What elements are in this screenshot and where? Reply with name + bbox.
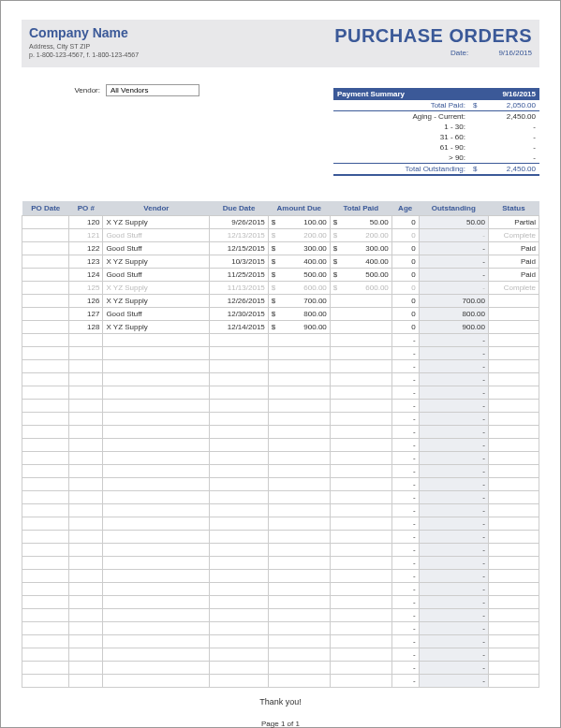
ps-aging-current: Aging - Current: 2,450.00 <box>333 111 539 122</box>
col-age: Age <box>391 201 419 216</box>
col-outstanding: Outstanding <box>419 201 488 216</box>
col-total-paid: Total Paid <box>330 201 391 216</box>
thank-you: Thank you! <box>22 697 539 706</box>
ps-aging-61-90: 61 - 90: - <box>333 142 539 153</box>
page-number: Page 1 of 1 <box>22 720 539 728</box>
table-row: -- <box>22 386 539 400</box>
table-row: -- <box>22 517 539 531</box>
table-row: -- <box>22 557 539 570</box>
table-row: 128X YZ Supply12/14/2015$900.000900.00 <box>22 321 539 334</box>
vendor-label: Vendor: <box>22 86 106 95</box>
table-row: 125X YZ Supply11/13/2015$600.00$600.000-… <box>22 282 539 295</box>
table-body: 120X YZ Supply9/26/2015$100.00$50.00050.… <box>22 216 539 688</box>
col-vendor: Vendor <box>103 201 210 216</box>
table-row: -- <box>22 465 539 478</box>
table-row: -- <box>22 622 539 635</box>
table-row: 120X YZ Supply9/26/2015$100.00$50.00050.… <box>22 216 539 229</box>
table-row: -- <box>22 596 539 609</box>
table-row: -- <box>22 662 539 675</box>
col-amount-due: Amount Due <box>268 201 330 216</box>
company-block: Company Name Address, City ST ZIP p. 1-8… <box>29 25 139 58</box>
company-address: Address, City ST ZIP <box>29 43 139 50</box>
col-po-date: PO Date <box>22 201 69 216</box>
table-row: -- <box>22 544 539 557</box>
table-row: -- <box>22 635 539 648</box>
page-title: PURCHASE ORDERS <box>334 25 532 47</box>
ps-heading-date: 9/16/2015 <box>502 90 536 98</box>
table-row: -- <box>22 491 539 504</box>
table-header-row: PO Date PO # Vendor Due Date Amount Due … <box>22 201 539 216</box>
col-status: Status <box>488 201 539 216</box>
col-due-date: Due Date <box>210 201 268 216</box>
table-row: -- <box>22 452 539 465</box>
company-phone: p. 1-800-123-4567, f. 1-800-123-4567 <box>29 51 139 58</box>
date-value: 9/16/2015 <box>498 49 532 57</box>
table-row: -- <box>22 478 539 491</box>
table-row: -- <box>22 360 539 373</box>
table-row: -- <box>22 531 539 544</box>
table-row: -- <box>22 583 539 596</box>
table-row: 122Good Stuff12/15/2015$300.00$300.000-P… <box>22 242 539 255</box>
po-table: PO Date PO # Vendor Due Date Amount Due … <box>22 201 539 688</box>
table-row: -- <box>22 609 539 622</box>
date-label: Date: <box>450 49 468 57</box>
table-row: 126X YZ Supply12/26/2015$700.000700.00 <box>22 295 539 308</box>
company-name: Company Name <box>29 25 139 40</box>
ps-aging-31-60: 31 - 60: - <box>333 132 539 142</box>
table-row: 124Good Stuff11/25/2015$500.00$500.000-P… <box>22 269 539 282</box>
table-row: -- <box>22 648 539 662</box>
table-row: 123X YZ Supply10/3/2015$400.00$400.000-P… <box>22 255 539 269</box>
table-row: -- <box>22 347 539 360</box>
ps-total-outstanding: Total Outstanding: $ 2,450.00 <box>333 163 539 176</box>
table-row: -- <box>22 570 539 583</box>
ps-aging-1-30: 1 - 30: - <box>333 122 539 132</box>
table-row: -- <box>22 504 539 517</box>
col-po-num: PO # <box>69 201 103 216</box>
ps-heading: Payment Summary <box>337 90 405 98</box>
title-block: PURCHASE ORDERS Date: 9/16/2015 <box>334 25 532 57</box>
header-date: Date: 9/16/2015 <box>334 49 532 57</box>
table-row: -- <box>22 334 539 347</box>
table-row: 121Good Stuff12/13/2015$200.00$200.000-C… <box>22 229 539 242</box>
payment-summary-header: Payment Summary 9/16/2015 <box>333 88 539 100</box>
ps-total-paid: Total Paid: $ 2,050.00 <box>333 100 539 111</box>
payment-summary: Payment Summary 9/16/2015 Total Paid: $ … <box>333 88 539 176</box>
table-row: -- <box>22 439 539 452</box>
table-row: -- <box>22 675 539 688</box>
header-bar: Company Name Address, City ST ZIP p. 1-8… <box>22 20 539 67</box>
vendor-input[interactable] <box>106 84 199 96</box>
table-row: 127Good Stuff12/30/2015$800.000800.00 <box>22 308 539 321</box>
po-table-wrap: PO Date PO # Vendor Due Date Amount Due … <box>22 201 539 688</box>
table-row: -- <box>22 400 539 413</box>
table-row: -- <box>22 426 539 439</box>
table-row: -- <box>22 413 539 426</box>
table-row: -- <box>22 373 539 386</box>
ps-aging-90plus: > 90: - <box>333 153 539 163</box>
